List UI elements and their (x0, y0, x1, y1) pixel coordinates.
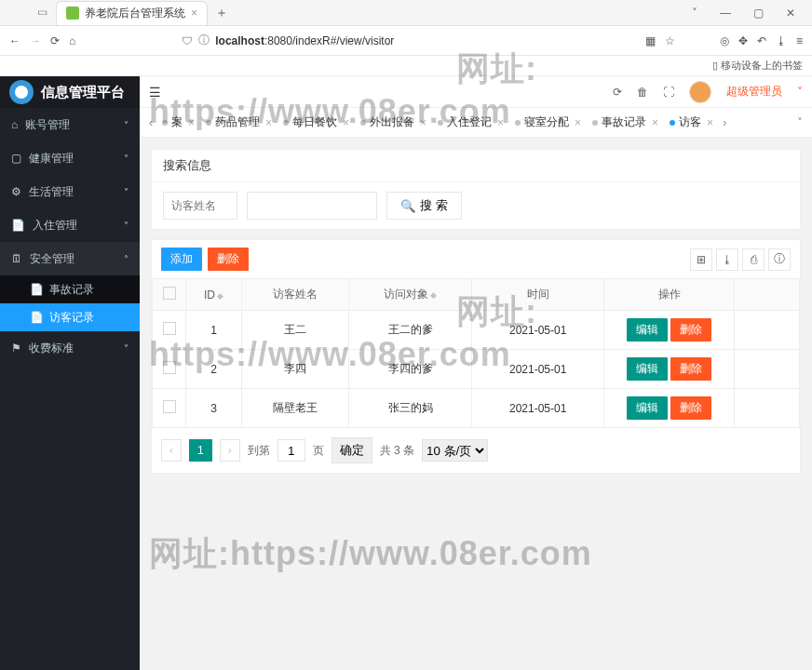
tab-入住登记[interactable]: 入住登记× (432, 109, 509, 137)
menu-icon[interactable]: ≡ (796, 34, 803, 47)
dot-icon (670, 120, 675, 126)
tab-每日餐饮[interactable]: 每日餐饮× (277, 109, 355, 137)
tab-事故记录[interactable]: 事故记录× (587, 109, 664, 137)
sidebar-item-生活管理[interactable]: ⚙生活管理˅ (0, 175, 140, 208)
url-host: localhost (215, 34, 264, 47)
toggle-sidebar-icon[interactable]: ☰ (149, 85, 161, 100)
close-icon[interactable]: × (652, 116, 658, 129)
pager-prev[interactable]: ‹ (161, 439, 182, 462)
sidebar-item-入住管理[interactable]: 📄入住管理˅ (0, 208, 140, 242)
tab-访客[interactable]: 访客× (664, 109, 719, 137)
home-icon: ⌂ (11, 118, 18, 131)
pager-page-1[interactable]: 1 (189, 439, 212, 462)
undo-icon[interactable]: ↶ (757, 34, 766, 47)
table-row: 3隔壁老王张三的妈2021-05-01编辑 删除 (153, 389, 800, 428)
pager-page-unit: 页 (313, 443, 324, 459)
col-target[interactable]: 访问对象 (384, 288, 428, 301)
sidebar-subitem-访客记录[interactable]: 📄访客记录 (0, 303, 140, 331)
close-icon[interactable]: × (343, 116, 349, 129)
minimize-icon[interactable]: ― (714, 7, 737, 20)
tabs-next-icon[interactable]: › (719, 116, 730, 129)
tabs-prev-icon[interactable]: ‹ (145, 116, 156, 129)
cell-name: 李四 (242, 350, 349, 389)
user-avatar[interactable] (689, 81, 711, 103)
delete-button[interactable]: 删除 (208, 248, 249, 271)
close-icon[interactable]: × (191, 7, 197, 20)
sidebar-subitem-事故记录[interactable]: 📄事故记录 (0, 275, 140, 303)
edit-button[interactable]: 编辑 (627, 357, 668, 381)
pager-size-select[interactable]: 10 条/页 (422, 439, 488, 462)
close-icon[interactable]: × (707, 116, 713, 129)
print-icon[interactable]: ⎙ (742, 248, 765, 271)
reload-icon[interactable]: ⟳ (50, 34, 60, 47)
chevron-down-icon[interactable]: ˅ (797, 86, 803, 99)
col-id[interactable]: ID (204, 288, 215, 302)
search-icon: 🔍 (400, 199, 416, 213)
bookmark-star-icon[interactable]: ☆ (665, 34, 675, 47)
cell-name: 隔壁老王 (242, 389, 349, 428)
user-role[interactable]: 超级管理员 (726, 84, 782, 100)
tabs-dropdown-icon[interactable]: ˅ (793, 116, 806, 129)
sidebar-item-健康管理[interactable]: ▢健康管理˅ (0, 141, 140, 175)
account-icon[interactable]: ◎ (720, 34, 729, 47)
refresh-icon[interactable]: ⟳ (613, 86, 622, 99)
logo-avatar (9, 80, 34, 104)
add-button[interactable]: 添加 (161, 248, 202, 271)
save-page-icon[interactable]: ⭳ (776, 34, 787, 47)
search-button[interactable]: 🔍搜 索 (386, 192, 462, 220)
new-tab-button[interactable]: ＋ (215, 5, 228, 21)
col-name: 访客姓名 (273, 288, 318, 301)
row-delete-button[interactable]: 删除 (670, 318, 711, 342)
tab-药品管理[interactable]: 药品管理× (200, 109, 277, 137)
search-extra-input[interactable] (247, 192, 377, 220)
tab-寝室分配[interactable]: 寝室分配× (509, 109, 587, 137)
back-icon[interactable]: ← (9, 34, 20, 47)
lock-icon[interactable]: ⓘ (198, 33, 210, 48)
edit-button[interactable]: 编辑 (627, 318, 668, 342)
info-icon[interactable]: ⓘ (768, 248, 791, 271)
mobile-bookmarks[interactable]: ▯ 移动设备上的书签 (712, 59, 803, 73)
history-icon[interactable]: ▭ (37, 6, 47, 19)
row-checkbox[interactable] (163, 322, 176, 335)
close-icon[interactable]: × (497, 116, 504, 129)
select-all-checkbox[interactable] (163, 287, 176, 300)
tab-案[interactable]: 案× (156, 109, 200, 137)
pager-next[interactable]: › (220, 439, 240, 462)
row-delete-button[interactable]: 删除 (670, 357, 711, 381)
close-icon[interactable]: × (265, 116, 272, 129)
sidebar-item-账号管理[interactable]: ⌂账号管理˅ (0, 108, 140, 141)
close-icon[interactable]: × (420, 116, 426, 129)
shield-icon[interactable]: 🛡 (182, 34, 193, 47)
home-nav-icon[interactable]: ⌂ (69, 34, 75, 47)
export-icon[interactable]: ⭳ (716, 248, 738, 271)
maximize-icon[interactable]: ▢ (748, 7, 769, 20)
row-checkbox[interactable] (163, 361, 176, 374)
extensions-icon[interactable]: ✥ (738, 34, 748, 47)
row-delete-button[interactable]: 删除 (670, 396, 711, 420)
qr-icon[interactable]: ▦ (645, 34, 656, 47)
close-window-icon[interactable]: ✕ (780, 7, 801, 20)
close-icon[interactable]: × (188, 116, 195, 129)
doc-icon: 📄 (30, 283, 44, 296)
sort-icon[interactable]: ◆ (430, 290, 437, 300)
url-box[interactable]: 🛡 ⓘ localhost:8080/indexR#/view/visitor (176, 30, 493, 52)
chevron-down-icon[interactable]: ˅ (686, 7, 703, 20)
visitor-name-input[interactable] (163, 192, 237, 220)
data-panel: 添加 删除 ⊞ ⭳ ⎙ ⓘ ID◆ 访客姓名 访问对象◆ 时 (151, 239, 801, 474)
row-checkbox[interactable] (163, 400, 176, 413)
fullscreen-icon[interactable]: ⛶ (663, 86, 674, 99)
edit-button[interactable]: 编辑 (627, 396, 668, 420)
dot-icon (283, 120, 289, 126)
columns-toggle-icon[interactable]: ⊞ (690, 248, 712, 271)
browser-tab[interactable]: 养老院后台管理系统 × (56, 1, 208, 25)
trash-icon[interactable]: 🗑 (637, 86, 648, 99)
forward-icon[interactable]: → (30, 34, 41, 47)
sidebar-item-收费标准[interactable]: ⚑收费标准˅ (0, 331, 140, 365)
sort-icon[interactable]: ◆ (217, 291, 223, 301)
close-icon[interactable]: × (575, 116, 581, 129)
pager-confirm[interactable]: 确定 (332, 437, 372, 463)
pager-to-label: 到第 (248, 443, 270, 459)
pager-page-input[interactable] (277, 439, 305, 462)
sidebar-item-安全管理[interactable]: 🗓安全管理˄ (0, 242, 140, 275)
tab-外出报备[interactable]: 外出报备× (355, 109, 432, 137)
